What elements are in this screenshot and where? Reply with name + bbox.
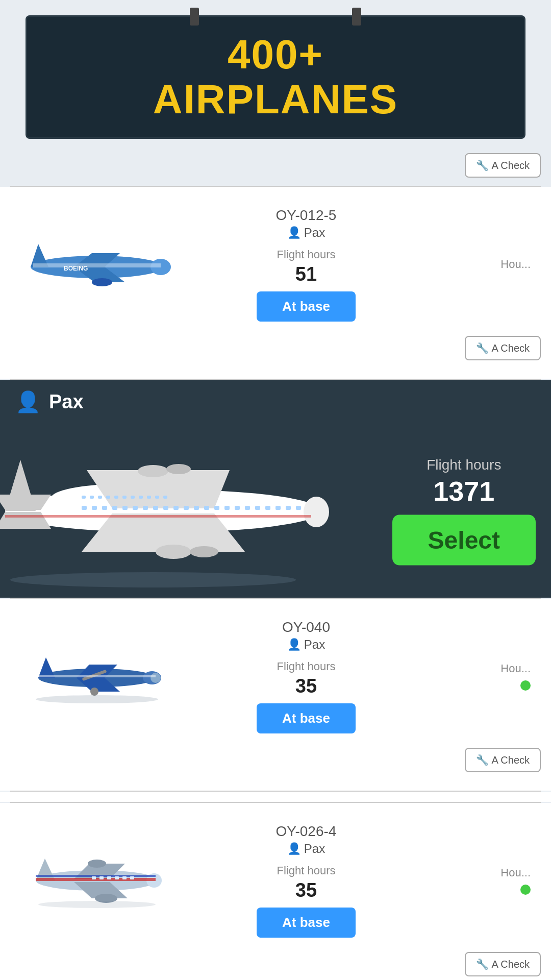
at-base-button-2[interactable]: At base — [257, 703, 356, 733]
card-right-2: Hou... — [434, 662, 536, 691]
svg-rect-27 — [143, 506, 148, 510]
svg-rect-41 — [286, 506, 291, 510]
plane-type-1: 👤 Pax — [287, 226, 325, 240]
svg-marker-67 — [36, 859, 55, 880]
hours-right-label-1: Hou... — [500, 258, 531, 271]
check-btn-row-1: 🔧 A Check — [0, 332, 551, 369]
expanded-airplane-card: 👤 Pax — [0, 380, 551, 598]
svg-point-64 — [36, 695, 158, 703]
expanded-pax-label: Pax — [49, 391, 84, 413]
svg-point-73 — [88, 860, 106, 868]
expanded-flight-info: Flight hours 1371 Select — [392, 457, 536, 566]
svg-rect-37 — [245, 506, 250, 510]
expanded-plane-svg — [0, 429, 327, 593]
svg-rect-36 — [235, 506, 240, 510]
expanded-flight-hours-label: Flight hours — [392, 457, 536, 473]
expanded-plane-image: Flight hours 1371 Select — [0, 424, 551, 598]
svg-rect-49 — [131, 496, 135, 499]
svg-point-20 — [10, 572, 296, 587]
svg-rect-5 — [33, 263, 161, 267]
svg-rect-30 — [173, 506, 179, 510]
top-check-btn-row: 🔧 A Check — [0, 149, 551, 186]
svg-text:BOEING: BOEING — [64, 265, 88, 272]
svg-rect-42 — [296, 506, 301, 510]
svg-rect-26 — [133, 506, 138, 510]
airplane-card-2: OY-040 👤 Pax Flight hours 35 At base Hou… — [0, 599, 551, 791]
svg-point-14 — [190, 546, 218, 557]
plane-type-2: 👤 Pax — [287, 638, 325, 652]
hours-right-label-3: Hou... — [500, 866, 531, 879]
card-info-2: OY-040 👤 Pax Flight hours 35 At base — [179, 619, 434, 733]
svg-rect-48 — [122, 496, 127, 499]
green-status-dot-2 — [520, 680, 531, 691]
at-base-button-1[interactable]: At base — [257, 291, 356, 322]
svg-rect-35 — [224, 506, 230, 510]
check-btn-row-2: 🔧 A Check — [0, 744, 551, 780]
wrench-icon-1: 🔧 — [476, 342, 489, 354]
svg-rect-78 — [122, 876, 127, 879]
svg-point-13 — [156, 545, 191, 559]
flight-hours-label-3: Flight hours — [277, 864, 336, 877]
banner: 400+ AIRPLANES — [26, 15, 525, 139]
svg-point-80 — [38, 901, 156, 908]
expanded-person-icon: 👤 — [15, 390, 41, 414]
card-info-1: OY-012-5 👤 Pax Flight hours 51 At base — [179, 207, 434, 322]
svg-rect-29 — [163, 506, 168, 510]
plane-image-area-3 — [15, 852, 179, 909]
svg-rect-24 — [112, 506, 117, 510]
svg-rect-63 — [38, 675, 156, 677]
banner-hook-right — [352, 8, 361, 26]
select-button[interactable]: Select — [392, 515, 536, 566]
flight-hours-value-3: 35 — [295, 879, 317, 901]
svg-point-10 — [304, 497, 329, 527]
plane-image-area-2 — [15, 648, 179, 704]
plane-type-3: 👤 Pax — [287, 842, 325, 856]
check-button-3[interactable]: 🔧 A Check — [465, 952, 541, 976]
wrench-icon: 🔧 — [476, 159, 489, 172]
svg-rect-22 — [92, 506, 97, 510]
plane-id-3: OY-026-4 — [276, 823, 337, 840]
spacer-1 — [0, 792, 551, 802]
svg-rect-50 — [139, 496, 143, 499]
plane-svg-1: BOEING — [23, 234, 171, 295]
svg-rect-75 — [99, 876, 104, 879]
svg-point-16 — [166, 464, 191, 474]
svg-rect-53 — [163, 496, 167, 499]
banner-hook-left — [190, 8, 199, 26]
check-btn-row-3: 🔧 A Check — [0, 948, 551, 980]
wrench-icon-2: 🔧 — [476, 754, 489, 766]
wrench-icon-3: 🔧 — [476, 958, 489, 970]
card-right-1: Hou... — [434, 258, 536, 271]
svg-rect-44 — [90, 496, 94, 499]
at-base-button-3[interactable]: At base — [257, 908, 356, 938]
svg-rect-28 — [153, 506, 158, 510]
card-info-3: OY-026-4 👤 Pax Flight hours 35 At base — [179, 823, 434, 938]
person-icon-2: 👤 — [287, 638, 301, 651]
svg-rect-38 — [255, 506, 260, 510]
svg-rect-23 — [102, 506, 107, 510]
svg-rect-31 — [184, 506, 189, 510]
svg-rect-25 — [122, 506, 128, 510]
check-button-1[interactable]: 🔧 A Check — [465, 336, 541, 360]
card-right-3: Hou... — [434, 866, 536, 895]
flight-hours-value-1: 51 — [295, 263, 317, 285]
green-status-dot-3 — [520, 885, 531, 895]
person-icon-1: 👤 — [287, 226, 301, 239]
svg-point-61 — [90, 688, 98, 696]
hours-right-label-2: Hou... — [500, 662, 531, 675]
check-button-2[interactable]: 🔧 A Check — [465, 748, 541, 772]
svg-point-15 — [138, 465, 168, 477]
svg-rect-43 — [82, 496, 86, 499]
plane-id-1: OY-012-5 — [276, 207, 337, 224]
svg-rect-39 — [265, 506, 270, 510]
top-check-button[interactable]: 🔧 A Check — [465, 153, 541, 178]
svg-rect-77 — [115, 876, 119, 879]
svg-point-6 — [92, 278, 112, 286]
flight-hours-label-2: Flight hours — [277, 660, 336, 673]
person-icon-3: 👤 — [287, 842, 301, 855]
svg-rect-52 — [155, 496, 159, 499]
svg-rect-33 — [204, 506, 209, 510]
airplane-card-1: BOEING OY-012-5 👤 Pax Flight hours 51 At… — [0, 187, 551, 379]
banner-hooks — [190, 8, 361, 26]
plane-svg-2 — [26, 648, 168, 704]
